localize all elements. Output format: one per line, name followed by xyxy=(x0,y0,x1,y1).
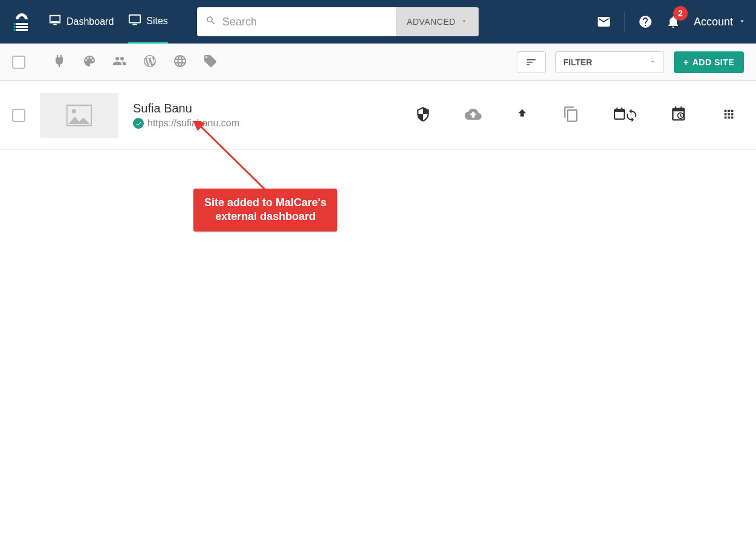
svg-point-3 xyxy=(14,23,16,25)
add-site-label: ADD SITE xyxy=(693,57,734,67)
chevron-down-icon xyxy=(738,16,746,28)
svg-point-11 xyxy=(72,109,76,113)
search-icon xyxy=(205,15,216,28)
app-header: Dashboard Sites ADVANCED 2 Account xyxy=(0,0,756,44)
plus-icon: + xyxy=(683,57,689,67)
site-info: Sufia Banu https://sufiabanu.com xyxy=(133,102,239,129)
theme-icon[interactable] xyxy=(82,54,97,71)
account-label: Account xyxy=(694,16,733,28)
wordpress-icon[interactable] xyxy=(143,54,157,71)
site-checkbox[interactable] xyxy=(12,109,25,122)
upload-icon[interactable] xyxy=(515,108,529,123)
separator xyxy=(624,11,625,32)
svg-rect-7 xyxy=(53,24,57,25)
nav-sites-label: Sites xyxy=(146,16,168,27)
site-actions xyxy=(415,106,744,125)
toolbar-right: FILTER + ADD SITE xyxy=(517,51,744,73)
search-input[interactable] xyxy=(222,16,387,28)
filter-label: FILTER xyxy=(563,57,592,67)
filter-select[interactable]: FILTER xyxy=(555,51,664,73)
nav-sites[interactable]: Sites xyxy=(128,0,168,44)
svg-point-4 xyxy=(14,26,16,28)
history-schedule-icon[interactable] xyxy=(671,106,688,125)
notification-badge: 2 xyxy=(673,6,688,21)
staging-icon[interactable] xyxy=(563,106,580,125)
advanced-label: ADVANCED xyxy=(407,17,456,27)
advanced-search-button[interactable]: ADVANCED xyxy=(396,7,479,36)
apps-grid-icon[interactable] xyxy=(722,108,735,123)
chevron-down-icon xyxy=(460,17,468,27)
brand-logo xyxy=(10,10,34,34)
plugin-icon[interactable] xyxy=(52,54,66,71)
nav-dashboard-label: Dashboard xyxy=(66,16,114,27)
site-name: Sufia Banu xyxy=(133,102,239,115)
svg-rect-0 xyxy=(16,23,28,25)
sites-toolbar: FILTER + ADD SITE xyxy=(0,44,756,81)
sort-button[interactable] xyxy=(517,51,546,73)
search-container: ADVANCED xyxy=(197,7,479,36)
site-row: Sufia Banu https://sufiabanu.com xyxy=(0,81,756,150)
nav-dashboard[interactable]: Dashboard xyxy=(48,0,114,44)
header-right: 2 Account xyxy=(596,11,746,32)
security-icon[interactable] xyxy=(415,106,431,125)
svg-rect-9 xyxy=(133,24,137,25)
svg-rect-8 xyxy=(129,15,140,22)
help-icon[interactable] xyxy=(638,15,653,29)
monitor-icon xyxy=(128,13,141,29)
verified-badge-icon xyxy=(133,118,144,129)
svg-rect-2 xyxy=(16,29,28,31)
globe-icon[interactable] xyxy=(173,54,187,71)
users-icon[interactable] xyxy=(112,54,127,71)
chevron-down-icon xyxy=(649,57,656,67)
notifications-button[interactable]: 2 xyxy=(666,15,680,29)
site-url[interactable]: https://sufiabanu.com xyxy=(147,118,239,129)
cloud-backup-icon[interactable] xyxy=(465,106,482,125)
tag-icon[interactable] xyxy=(203,54,218,71)
dashboard-icon xyxy=(48,14,62,30)
sync-schedule-icon[interactable] xyxy=(613,106,638,125)
svg-rect-6 xyxy=(51,21,59,22)
site-thumbnail xyxy=(40,93,118,138)
add-site-button[interactable]: + ADD SITE xyxy=(674,51,744,73)
mail-icon[interactable] xyxy=(596,15,611,29)
svg-rect-1 xyxy=(16,26,28,28)
account-menu[interactable]: Account xyxy=(694,16,746,28)
svg-point-5 xyxy=(14,29,16,31)
select-all-checkbox[interactable] xyxy=(12,56,25,69)
